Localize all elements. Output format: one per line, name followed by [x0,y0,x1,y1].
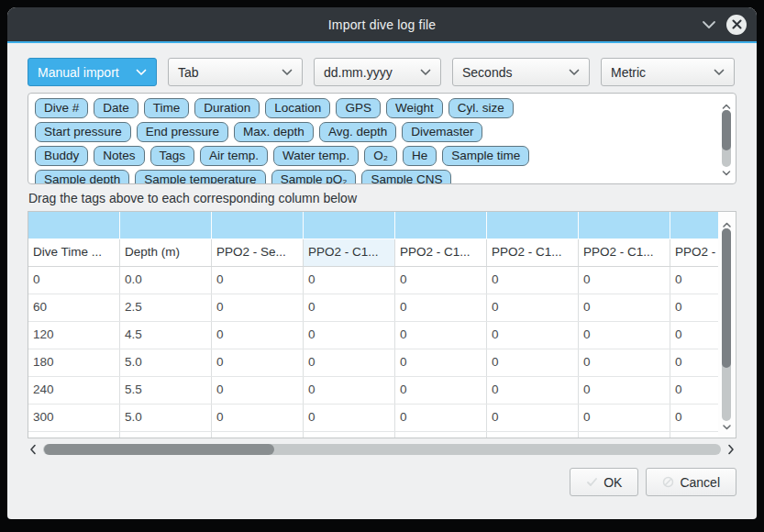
tag-chip[interactable]: Start pressure [35,122,131,142]
ok-button[interactable]: OK [570,468,638,496]
table-row: 2405.5000000 [28,377,718,405]
tag-chip[interactable]: Time [144,98,190,118]
table-cell: 0 [395,349,487,376]
table-cell: 0 [304,405,395,431]
table-cell [304,432,395,438]
table-row: 602.5000000 [28,294,718,322]
close-button[interactable] [726,15,747,35]
tag-drop-cell[interactable] [120,212,212,239]
import-type-select[interactable]: Manual import [28,58,157,86]
tag-chip[interactable]: GPS [336,98,381,118]
table-cell: 2.5 [120,294,212,321]
tag-row: Start pressureEnd pressureMax. depthAvg.… [35,122,729,142]
table-cell: 0 [579,377,670,404]
table-header-cell: Dive Time ... [28,239,120,266]
table-header-cell: Depth (m) [120,239,212,266]
tag-chip[interactable]: Max. depth [234,122,314,142]
import-preview-table: Dive Time ...Depth (m)PPO2 - Se...PPO2 -… [28,211,736,438]
table-horizontal-scrollbar[interactable] [28,442,736,457]
tag-chip[interactable]: Water temp. [273,146,359,166]
table-cell: 5.0 [120,405,212,431]
tag-row: Sample depthSample temperatureSample pO₂… [35,170,729,184]
table-cell: 0 [395,294,487,321]
field-separator-value: Tab [178,65,199,80]
tag-drop-cell[interactable] [28,212,120,239]
tag-chip[interactable]: Tags [150,146,195,166]
tag-row: Dive #DateTimeDurationLocationGPSWeightC… [35,98,729,118]
import-options-row: Manual import Tab dd.mm.yyyy Seconds Met… [28,58,736,86]
tag-chip[interactable]: Cyl. size [448,98,514,118]
table-cell: 0 [28,267,120,294]
table-cell [579,432,670,438]
window-title: Import dive log file [328,17,437,32]
table-cell: 0 [304,377,395,404]
table-cell: 5.0 [120,349,212,376]
import-type-value: Manual import [38,65,119,80]
tag-chip[interactable]: Divemaster [402,122,482,142]
tag-chip[interactable]: Buddy [35,146,88,166]
field-separator-select[interactable]: Tab [168,58,303,86]
date-format-value: dd.mm.yyyy [324,65,393,80]
scroll-left-icon[interactable] [29,444,37,455]
tag-chip[interactable]: Sample CNS [361,170,451,184]
table-cell: 0 [395,405,487,431]
tag-chip[interactable]: Date [94,98,138,118]
tag-drop-cell[interactable] [487,212,579,239]
table-cell: 0 [579,349,670,376]
tag-chip[interactable]: Location [265,98,330,118]
scrollbar-thumb[interactable] [722,110,731,150]
tag-drop-cell[interactable] [304,212,395,239]
table-cell: 5.5 [120,377,212,404]
table-row: 00.0000000 [28,267,718,294]
scroll-down-icon[interactable] [722,163,731,180]
tag-chip[interactable]: Sample time [442,146,529,166]
tag-chip[interactable]: Weight [386,98,443,118]
table-vertical-scrollbar[interactable] [718,212,736,438]
tag-chip[interactable]: He [403,146,437,166]
tag-drop-cell[interactable] [395,212,487,239]
table-cell: 0 [670,267,718,294]
chevron-down-icon[interactable] [702,20,716,29]
titlebar[interactable]: Import dive log file [7,7,757,41]
tag-chip[interactable]: Duration [194,98,260,118]
tag-chip[interactable]: Notes [94,146,144,166]
tag-chip[interactable]: Sample temperature [135,170,265,184]
table-cell: 0 [487,322,579,349]
tag-drop-cell[interactable] [670,212,718,239]
tag-chip[interactable]: Avg. depth [319,122,396,142]
tag-drop-cell[interactable] [579,212,670,239]
tag-chip[interactable]: Sample depth [35,170,129,184]
date-format-select[interactable]: dd.mm.yyyy [314,58,441,86]
tag-chip[interactable]: Sample pO₂ [271,170,357,184]
table-cell: 0 [579,294,670,321]
scrollbar-thumb[interactable] [44,444,274,455]
table-header-cell: PPO2 - C1... [670,239,718,266]
chevron-down-icon [282,69,293,76]
chevron-down-icon [569,69,580,76]
tag-chip[interactable]: End pressure [137,122,228,142]
scrollbar-track[interactable] [43,444,721,455]
tag-drop-cell[interactable] [212,212,304,239]
table-header-cell: PPO2 - Se... [212,239,304,266]
units-select[interactable]: Metric [601,58,735,86]
check-icon [586,476,598,488]
table-cell: 300 [28,405,120,431]
table-cell: 180 [28,349,120,376]
tag-list-scrollbar[interactable] [719,94,735,183]
tag-list: Dive #DateTimeDurationLocationGPSWeightC… [28,93,736,184]
tag-chip[interactable]: Air temp. [200,146,268,166]
scroll-down-icon[interactable] [722,417,732,434]
table-cell: 0 [395,377,487,404]
table-cell: 0 [304,267,395,294]
table-grid: Dive Time ...Depth (m)PPO2 - Se...PPO2 -… [28,212,718,438]
table-cell: 0 [212,349,304,376]
table-cell: 0 [579,322,670,349]
cancel-button[interactable]: Cancel [646,468,736,496]
tag-chip[interactable]: O₂ [364,146,397,166]
scroll-right-icon[interactable] [727,444,735,455]
duration-format-select[interactable]: Seconds [452,58,590,86]
tag-row: BuddyNotesTagsAir temp.Water temp.O₂HeSa… [35,146,729,166]
chevron-down-icon [420,69,431,76]
tag-chip[interactable]: Dive # [35,98,88,118]
scrollbar-thumb[interactable] [722,228,731,368]
